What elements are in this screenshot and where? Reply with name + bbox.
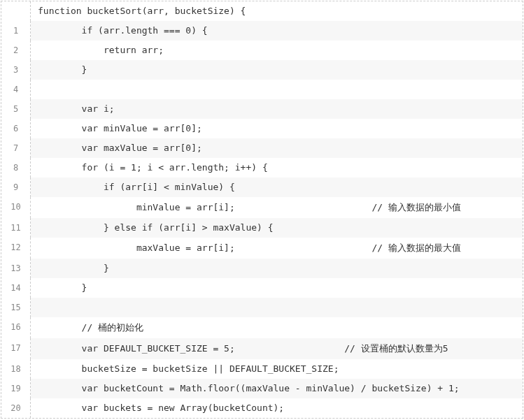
line-content: var minValue = arr[0]; — [31, 119, 523, 138]
line-number: 16 — [1, 317, 31, 338]
line-number: 5 — [1, 99, 31, 119]
line-content — [31, 298, 523, 317]
line-number: 20 — [1, 398, 31, 418]
code-row: 6 var minValue = arr[0]; — [1, 119, 523, 138]
line-content: } else if (arr[i] > maxValue) { — [31, 218, 523, 238]
code-row: 19 var bucketCount = Math.floor((maxValu… — [1, 379, 523, 398]
line-number: 12 — [1, 238, 31, 259]
code-row: 7 var maxValue = arr[0]; — [1, 138, 523, 158]
code-row: 15 — [1, 298, 523, 317]
line-content: var DEFAULT_BUCKET_SIZE = 5; // 设置桶的默认数量… — [31, 338, 523, 359]
line-content: var maxValue = arr[0]; — [31, 138, 523, 158]
code-row: 12 maxValue = arr[i]; // 输入数据的最大值 — [1, 238, 523, 259]
line-content: } — [31, 259, 523, 278]
code-row: 18 bucketSize = bucketSize || DEFAULT_BU… — [1, 359, 523, 379]
line-content: for (i = 1; i < arr.length; i++) { — [31, 158, 523, 178]
code-row: 5 var i; — [1, 99, 523, 119]
code-row: function bucketSort(arr, bucketSize) { — [1, 1, 523, 21]
code-row: 1 if (arr.length === 0) { — [1, 21, 523, 41]
line-number: 3 — [1, 60, 31, 80]
line-number: 13 — [1, 259, 31, 278]
line-number: 2 — [1, 41, 31, 60]
line-content: minValue = arr[i]; // 输入数据的最小值 — [31, 197, 523, 218]
line-content: return arr; — [31, 41, 523, 60]
code-row: 8 for (i = 1; i < arr.length; i++) { — [1, 158, 523, 178]
line-number: 14 — [1, 278, 31, 298]
line-content: maxValue = arr[i]; // 输入数据的最大值 — [31, 238, 523, 259]
code-row: 16 // 桶的初始化 — [1, 317, 523, 338]
line-content — [31, 80, 523, 99]
code-row: 10 minValue = arr[i]; // 输入数据的最小值 — [1, 197, 523, 218]
line-number: 9 — [1, 178, 31, 197]
code-row: 17 var DEFAULT_BUCKET_SIZE = 5; // 设置桶的默… — [1, 338, 523, 359]
line-content: bucketSize = bucketSize || DEFAULT_BUCKE… — [31, 359, 523, 379]
line-number: 17 — [1, 338, 31, 359]
code-block: function bucketSort(arr, bucketSize) { 1… — [1, 1, 523, 419]
code-row: 4 — [1, 80, 523, 99]
line-number: 1 — [1, 21, 31, 41]
code-row: 3 } — [1, 60, 523, 80]
line-content: function bucketSort(arr, bucketSize) { — [31, 1, 523, 21]
line-number: 11 — [1, 218, 31, 238]
line-content: if (arr[i] < minValue) { — [31, 178, 523, 197]
line-number: 8 — [1, 158, 31, 178]
line-content: if (arr.length === 0) { — [31, 21, 523, 41]
code-row: 13 } — [1, 259, 523, 278]
line-content: var i; — [31, 99, 523, 119]
line-content: } — [31, 60, 523, 80]
line-number: 15 — [1, 298, 31, 317]
line-content: var bucketCount = Math.floor((maxValue -… — [31, 379, 523, 398]
code-row: 2 return arr; — [1, 41, 523, 60]
code-row: 20 var buckets = new Array(bucketCount); — [1, 398, 523, 418]
line-content: } — [31, 278, 523, 298]
line-number: 4 — [1, 80, 31, 99]
line-number: 18 — [1, 359, 31, 379]
code-row: 11 } else if (arr[i] > maxValue) { — [1, 218, 523, 238]
line-number: 7 — [1, 138, 31, 158]
line-content: var buckets = new Array(bucketCount); — [31, 398, 523, 418]
line-number: 19 — [1, 379, 31, 398]
line-number: 6 — [1, 119, 31, 138]
code-row: 9 if (arr[i] < minValue) { — [1, 178, 523, 197]
line-number: 10 — [1, 197, 31, 218]
code-row: 14 } — [1, 278, 523, 298]
line-number — [1, 1, 31, 21]
line-content: // 桶的初始化 — [31, 317, 523, 338]
